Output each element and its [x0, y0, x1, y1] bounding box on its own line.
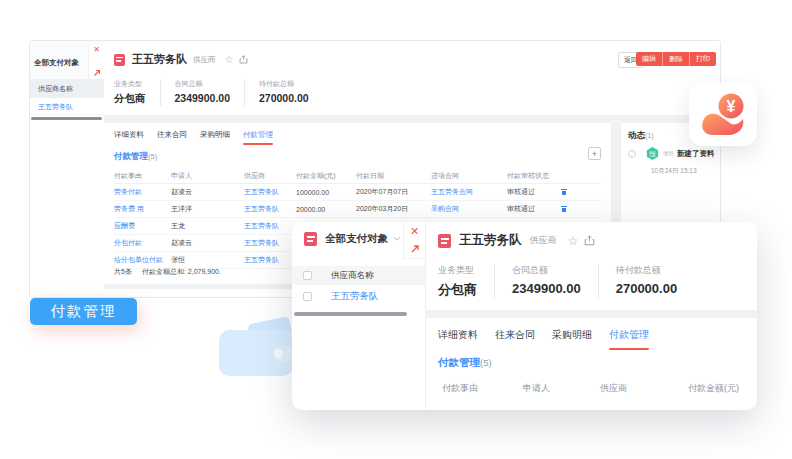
table-footer: 共5条付款金额总和: 2,079,900. [114, 267, 231, 277]
popup-supplier-row: 王五劳务队 [292, 285, 425, 307]
chevron-down-icon[interactable] [393, 236, 401, 242]
trash-icon[interactable] [561, 206, 567, 213]
supplier-link[interactable]: 王五劳务队 [331, 290, 379, 303]
activity-user: 张恒 [663, 150, 674, 157]
tab-contracts[interactable]: 往来合同 [157, 130, 187, 145]
page: 全部支付对象 ✕ 供应商名称 王五劳务队 王五劳务队 供应商 ☆ 返回 编辑 删… [0, 0, 792, 459]
tab-payment[interactable]: 付款管理 [243, 130, 273, 145]
activity-action: 新建了资料 [677, 149, 715, 159]
popup-window-controls: ✕ [403, 222, 425, 259]
delete-button[interactable]: 删除 [662, 52, 689, 66]
detail-tabs: 详细资料 往来合同 采购明细 付款管理 [438, 328, 649, 350]
activity-item: ✓ 恒 张恒 新建了资料 [628, 147, 715, 160]
share-icon[interactable] [584, 235, 595, 246]
detail-tabs: 详细资料 往来合同 采购明细 付款管理 [114, 130, 273, 145]
stat-label: 合同总额 [175, 79, 230, 89]
panel-title[interactable]: 全部支付对象 [34, 58, 79, 68]
stat-value: 2349900.00 [175, 92, 230, 104]
wallet-illustration [219, 320, 297, 378]
print-button[interactable]: 打印 [689, 52, 716, 66]
table-row: 劳务费 用 王洋洋 王五劳务队 20000.00 2020年03月20日 采购合… [114, 201, 601, 218]
expand-icon[interactable] [410, 244, 420, 254]
payment-reason-link[interactable]: 应酬费 [114, 221, 171, 231]
record-subtitle: 供应商 [193, 55, 216, 65]
section-divider-band [425, 310, 757, 318]
supplier-link[interactable]: 王五劳务队 [244, 187, 296, 197]
table-row: 劳务付款 赵凌云 王五劳务队 100000.00 2020年07月07日 王五劳… [114, 184, 601, 201]
supplier-list-item[interactable]: 王五劳务队 [30, 98, 104, 115]
section-divider-band [104, 115, 720, 123]
payment-reason-link[interactable]: 分包付款 [114, 238, 171, 248]
record-title: 王五劳务队 [132, 52, 187, 67]
supplier-link[interactable]: 王五劳务队 [244, 204, 296, 214]
stats-row: 业务类型 分包商 合同总额 2349900.00 待付款总额 270000.00 [111, 79, 323, 106]
yen-hand-icon: ¥ [699, 93, 747, 137]
tab-details[interactable]: 详细资料 [114, 130, 144, 145]
stat-label: 业务类型 [114, 79, 146, 89]
svg-text:¥: ¥ [727, 97, 736, 114]
edit-button[interactable]: 编辑 [636, 52, 662, 66]
tab-payment[interactable]: 付款管理 [609, 328, 649, 350]
stat-value: 270000.00 [259, 92, 309, 104]
check-circle-icon: ✓ [628, 150, 636, 158]
supplier-link[interactable]: 王五劳务队 [244, 221, 296, 231]
popup-detail: 王五劳务队 供应商 ☆ 业务类型 分包商 合同总额 2349900.00 待付款… [425, 222, 757, 410]
tab-details[interactable]: 详细资料 [438, 328, 478, 350]
horizontal-scrollbar[interactable] [31, 117, 102, 120]
document-icon [438, 234, 451, 248]
supplier-link[interactable]: 王五劳务队 [244, 238, 296, 248]
payment-reason-link[interactable]: 劳务付款 [114, 187, 171, 197]
trash-icon[interactable] [561, 189, 567, 196]
section-title: 付款管理(5) [438, 356, 492, 370]
contract-link[interactable]: 采购合同 [431, 204, 507, 214]
feature-label-badge: 付款管理 [30, 298, 137, 325]
stats-row: 业务类型 分包商 合同总额 2349900.00 待付款总额 270000.00 [435, 264, 694, 299]
star-icon[interactable]: ☆ [568, 236, 579, 246]
stat-value: 分包商 [114, 92, 146, 106]
payment-app-icon: ¥ [689, 83, 757, 146]
expand-icon[interactable] [93, 69, 101, 77]
tab-purchase[interactable]: 采购明细 [200, 130, 230, 145]
supplier-link[interactable]: 王五劳务队 [244, 255, 296, 265]
wallet-clasp [274, 349, 283, 358]
payment-reason-link[interactable]: 劳务费 用 [114, 204, 171, 214]
row-checkbox[interactable] [303, 292, 312, 301]
popup-table-header: 付款事由 申请人 供应商 付款金额(元) [442, 382, 768, 395]
add-payment-button[interactable]: + [588, 147, 601, 160]
supplier-list-panel: 全部支付对象 ✕ 供应商名称 王五劳务队 [30, 41, 105, 297]
popup-column-header-row: 供应商名称 [292, 266, 425, 285]
tab-purchase[interactable]: 采购明细 [552, 328, 592, 350]
contract-link[interactable]: 王五劳务合同 [431, 187, 507, 197]
table-header-row: 付款事由 申请人 供应商 付款金额(元) 付款日期 进项合同 付款审核状态 [114, 169, 601, 184]
payment-reason-link[interactable]: 给分包单位付款 [114, 255, 171, 265]
section-title: 付款管理(5) [114, 151, 157, 163]
share-icon[interactable] [239, 55, 248, 64]
activity-title: 动态(1) [628, 130, 654, 142]
close-icon[interactable]: ✕ [410, 226, 419, 236]
popup-window: 全部支付对象 ✕ 供应商名称 王五劳务队 王五劳务队 供应商 [292, 222, 757, 410]
record-title: 王五劳务队 [459, 232, 522, 249]
stat-label: 待付款总额 [259, 79, 309, 89]
record-subtitle: 供应商 [530, 234, 557, 247]
activity-time: 10月24日 15:13 [651, 167, 697, 176]
popup-supplier-panel: 全部支付对象 ✕ 供应商名称 王五劳务队 [292, 222, 426, 410]
star-icon[interactable]: ☆ [225, 55, 234, 65]
detail-header: 王五劳务队 供应商 ☆ 返回 编辑 删除 打印 业务类型 分包商 合同总额 23… [104, 41, 720, 115]
supplier-column-header: 供应商名称 [30, 79, 104, 98]
avatar: 恒 [646, 147, 659, 160]
panel-window-controls: ✕ [88, 44, 104, 79]
close-icon[interactable]: ✕ [93, 46, 100, 54]
document-icon [304, 232, 317, 246]
horizontal-scrollbar[interactable] [294, 312, 407, 316]
tab-contracts[interactable]: 往来合同 [495, 328, 535, 350]
select-all-checkbox[interactable] [303, 271, 312, 280]
popup-panel-title[interactable]: 全部支付对象 [325, 232, 388, 246]
action-button-group: 编辑 删除 打印 [636, 52, 716, 66]
document-icon [114, 54, 125, 66]
